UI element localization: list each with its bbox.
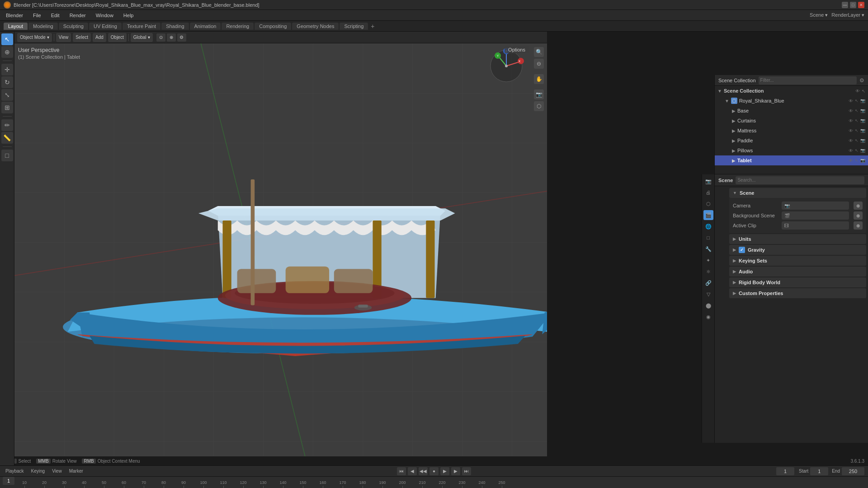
data-props-icon[interactable]: ▽ <box>703 289 713 299</box>
scale-tool[interactable]: ⤡ <box>1 89 13 101</box>
camera-picker-icon[interactable]: ⊕ <box>854 202 863 210</box>
properties-search[interactable] <box>736 176 864 184</box>
object-mode-selector[interactable]: Object Mode ▾ <box>17 33 52 42</box>
outliner-scene-collection[interactable]: ▼ Scene Collection 👁 ↖ <box>715 86 868 96</box>
output-props-icon[interactable]: 🖨 <box>703 188 713 197</box>
scene-section-header[interactable]: ▼ Scene <box>729 188 866 198</box>
pan-button[interactable]: ✋ <box>534 74 544 84</box>
menu-help[interactable]: Help <box>121 12 136 19</box>
eye-icon[interactable]: 👁 <box>855 89 860 94</box>
select-box-tool[interactable]: ↖ <box>1 33 13 45</box>
rigid-body-header[interactable]: ▶ Rigid Body World <box>729 277 866 287</box>
object-props-icon[interactable]: □ <box>703 233 713 243</box>
tab-rendering[interactable]: Rendering <box>222 23 254 30</box>
jump-to-start-button[interactable]: ⏮ <box>397 467 406 475</box>
global-selector[interactable]: Global ▾ <box>131 33 153 42</box>
minimize-button[interactable]: — <box>842 2 848 8</box>
snap-icon[interactable]: ⚙ <box>177 33 186 42</box>
select-icon-2[interactable]: ↖ <box>855 99 859 103</box>
measure-tool[interactable]: 📏 <box>1 132 13 144</box>
outliner-item-royal-shikara[interactable]: ▼ ⬡ Royal_Shikara_Blue 👁 ↖ 📷 <box>715 96 868 106</box>
constraints-props-icon[interactable]: 🔗 <box>703 278 713 288</box>
rotate-tool[interactable]: ↻ <box>1 76 13 88</box>
select-menu[interactable]: Select <box>73 33 91 42</box>
navigation-gizmo[interactable]: X Y Z <box>488 48 524 84</box>
add-menu[interactable]: Add <box>93 33 106 42</box>
outliner-item-curtains[interactable]: ▶ Curtains 👁 ↖ 📷 <box>715 116 868 126</box>
transform-tool[interactable]: ⊞ <box>1 102 13 113</box>
tablet-eye-icon[interactable]: 👁 <box>849 158 853 163</box>
outliner-filter-icon[interactable]: ⚙ <box>859 77 864 84</box>
playback-menu[interactable]: Playback <box>4 468 26 474</box>
play-button[interactable]: ▶ <box>440 467 449 475</box>
current-frame-display[interactable]: 1 <box>776 467 794 475</box>
active-clip-value[interactable]: 🎞 <box>782 221 849 230</box>
outliner-item-base[interactable]: ▶ Base 👁 ↖ 📷 <box>715 106 868 116</box>
move-tool[interactable]: ✛ <box>1 64 13 75</box>
menu-window[interactable]: Window <box>94 12 116 19</box>
tab-sculpting[interactable]: Sculpting <box>59 23 88 30</box>
bg-scene-picker[interactable]: ⊕ <box>854 211 863 220</box>
menu-blender[interactable]: Blender <box>4 12 25 19</box>
stop-button[interactable]: ● <box>429 467 439 475</box>
outliner-item-tablet[interactable]: ▶ Tablet 👁 ↖ 📷 <box>715 155 868 165</box>
tab-scripting[interactable]: Scripting <box>340 23 368 30</box>
audio-section-header[interactable]: ▶ Audio <box>729 267 866 277</box>
outliner-item-mattress[interactable]: ▶ Mattress 👁 ↖ 📷 <box>715 126 868 136</box>
camera-button[interactable]: 📷 <box>534 89 544 99</box>
tab-shading[interactable]: Shading <box>161 23 189 30</box>
tab-compositing[interactable]: Compositing <box>255 23 291 30</box>
jump-to-end-button[interactable]: ⏭ <box>462 467 471 475</box>
options-button[interactable]: Options <box>505 46 529 53</box>
keying-sets-header[interactable]: ▶ Keying Sets <box>729 256 866 266</box>
add-primitive-tool[interactable]: □ <box>1 150 13 161</box>
base-select-icon[interactable]: ↖ <box>855 108 859 113</box>
maximize-button[interactable]: □ <box>850 2 856 8</box>
view-menu-timeline[interactable]: View <box>50 468 64 474</box>
cursor-tool[interactable]: ⊕ <box>1 46 13 58</box>
active-clip-picker[interactable]: ⊕ <box>854 221 863 230</box>
tab-geometry-nodes[interactable]: Geometry Nodes <box>292 23 339 30</box>
tab-modeling[interactable]: Modeling <box>28 23 58 30</box>
gravity-section-header[interactable]: ▶ ✓ Gravity <box>729 245 866 255</box>
keying-menu[interactable]: Keying <box>29 468 47 474</box>
outliner-search-input[interactable] <box>759 76 857 84</box>
object-menu[interactable]: Object <box>108 33 127 42</box>
close-button[interactable]: ✕ <box>858 2 864 8</box>
select-icon[interactable]: ↖ <box>862 89 865 94</box>
tab-animation[interactable]: Animation <box>190 23 221 30</box>
scene-selector[interactable]: Scene ▾ <box>810 12 828 18</box>
view-menu[interactable]: View <box>56 33 71 42</box>
custom-props-header[interactable]: ▶ Custom Properties <box>729 288 866 298</box>
pillows-eye-icon[interactable]: 👁 <box>849 148 853 153</box>
gizmo-icon[interactable]: ⊕ <box>167 33 176 42</box>
world-props-icon[interactable]: 🌐 <box>703 221 713 231</box>
view-layer-icon[interactable]: ⬡ <box>703 199 713 209</box>
zoom-in-button[interactable]: 🔍 <box>534 47 544 57</box>
menu-render[interactable]: Render <box>67 12 88 19</box>
material-props-icon[interactable]: ⬤ <box>703 300 713 310</box>
zoom-out-button[interactable]: ⊖ <box>534 59 544 69</box>
base-eye-icon[interactable]: 👁 <box>849 108 853 113</box>
add-workspace-button[interactable]: + <box>369 23 376 30</box>
gravity-checkbox[interactable]: ✓ <box>739 247 745 253</box>
overlay-icon[interactable]: ⊙ <box>156 33 165 42</box>
mattress-eye-icon[interactable]: 👁 <box>849 128 853 133</box>
tab-texture-paint[interactable]: Texture Paint <box>123 23 160 30</box>
menu-edit[interactable]: Edit <box>49 12 62 19</box>
modifier-props-icon[interactable]: 🔧 <box>703 244 713 254</box>
base-render-icon[interactable]: 📷 <box>860 108 865 113</box>
menu-file[interactable]: File <box>31 12 43 19</box>
units-section-header[interactable]: ▶ Units <box>729 234 866 244</box>
outliner-item-pillows[interactable]: ▶ Pillows 👁 ↖ 📷 <box>715 145 868 155</box>
window-controls[interactable]: — □ ✕ <box>842 2 864 8</box>
eye-icon-2[interactable]: 👁 <box>849 99 853 103</box>
paddle-eye-icon[interactable]: 👁 <box>849 138 853 143</box>
start-frame-input[interactable]: 1 <box>810 467 828 475</box>
marker-menu[interactable]: Marker <box>67 468 85 474</box>
render-icon[interactable]: 📷 <box>860 99 865 103</box>
shader-props-icon[interactable]: ◉ <box>703 312 713 322</box>
tab-uv-editing[interactable]: UV Editing <box>89 23 122 30</box>
camera-prop-value[interactable]: 📷 <box>782 202 849 210</box>
play-reverse-button[interactable]: ◀◀ <box>419 467 428 475</box>
